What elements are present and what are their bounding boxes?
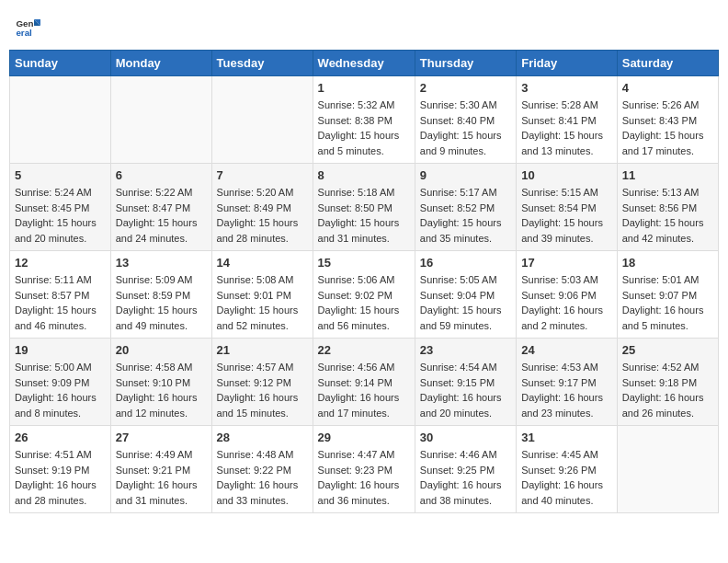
day-number: 8 (318, 168, 410, 182)
day-info: Sunrise: 5:06 AM Sunset: 9:02 PM Dayligh… (318, 272, 410, 333)
calendar-cell: 25Sunrise: 4:52 AM Sunset: 9:18 PM Dayli… (617, 339, 718, 426)
day-info: Sunrise: 4:49 AM Sunset: 9:21 PM Dayligh… (116, 447, 207, 508)
calendar-cell: 22Sunrise: 4:56 AM Sunset: 9:14 PM Dayli… (313, 339, 415, 426)
day-info: Sunrise: 4:51 AM Sunset: 9:19 PM Dayligh… (15, 447, 106, 508)
day-info: Sunrise: 5:20 AM Sunset: 8:49 PM Dayligh… (217, 185, 308, 246)
day-info: Sunrise: 5:17 AM Sunset: 8:52 PM Dayligh… (420, 185, 511, 246)
calendar-cell (10, 76, 111, 164)
weekday-header: Sunday (10, 51, 111, 76)
day-info: Sunrise: 5:15 AM Sunset: 8:54 PM Dayligh… (521, 185, 611, 246)
svg-text:eral: eral (16, 28, 32, 38)
day-number: 29 (318, 431, 410, 444)
day-number: 5 (15, 168, 106, 182)
day-number: 10 (521, 168, 611, 182)
day-number: 31 (521, 431, 611, 444)
day-info: Sunrise: 5:13 AM Sunset: 8:56 PM Dayligh… (622, 185, 713, 246)
day-info: Sunrise: 4:58 AM Sunset: 9:10 PM Dayligh… (116, 360, 207, 420)
day-number: 18 (622, 256, 713, 270)
day-info: Sunrise: 5:22 AM Sunset: 8:47 PM Dayligh… (116, 185, 207, 246)
day-number: 9 (420, 168, 511, 182)
calendar-cell: 12Sunrise: 5:11 AM Sunset: 8:57 PM Dayli… (10, 251, 111, 339)
calendar-cell: 3Sunrise: 5:28 AM Sunset: 8:41 PM Daylig… (517, 76, 617, 164)
day-info: Sunrise: 4:48 AM Sunset: 9:22 PM Dayligh… (217, 447, 308, 508)
weekday-header-row: SundayMondayTuesdayWednesdayThursdayFrid… (10, 51, 719, 76)
calendar-cell: 28Sunrise: 4:48 AM Sunset: 9:22 PM Dayli… (211, 426, 313, 513)
day-number: 20 (116, 343, 207, 357)
day-info: Sunrise: 5:28 AM Sunset: 8:41 PM Dayligh… (521, 98, 611, 158)
day-number: 24 (521, 343, 611, 357)
day-number: 2 (420, 81, 511, 95)
calendar-week-row: 12Sunrise: 5:11 AM Sunset: 8:57 PM Dayli… (10, 251, 719, 339)
calendar-cell: 2Sunrise: 5:30 AM Sunset: 8:40 PM Daylig… (415, 76, 516, 164)
calendar-cell: 9Sunrise: 5:17 AM Sunset: 8:52 PM Daylig… (415, 164, 516, 251)
weekday-header: Monday (110, 51, 211, 76)
calendar-cell: 30Sunrise: 4:46 AM Sunset: 9:25 PM Dayli… (415, 426, 516, 513)
day-info: Sunrise: 4:45 AM Sunset: 9:26 PM Dayligh… (521, 447, 611, 508)
calendar-cell: 11Sunrise: 5:13 AM Sunset: 8:56 PM Dayli… (617, 164, 718, 251)
logo: Gen eral (15, 13, 44, 39)
calendar-cell (617, 426, 718, 513)
calendar-week-row: 5Sunrise: 5:24 AM Sunset: 8:45 PM Daylig… (10, 164, 719, 251)
calendar-cell: 23Sunrise: 4:54 AM Sunset: 9:15 PM Dayli… (415, 339, 516, 426)
day-info: Sunrise: 4:47 AM Sunset: 9:23 PM Dayligh… (318, 447, 410, 508)
calendar-table: SundayMondayTuesdayWednesdayThursdayFrid… (9, 50, 719, 513)
weekday-header: Wednesday (313, 51, 415, 76)
calendar-cell (110, 76, 211, 164)
day-info: Sunrise: 5:00 AM Sunset: 9:09 PM Dayligh… (15, 360, 106, 420)
day-info: Sunrise: 5:01 AM Sunset: 9:07 PM Dayligh… (622, 272, 713, 333)
day-number: 26 (15, 431, 106, 444)
day-number: 14 (217, 256, 308, 270)
day-number: 16 (420, 256, 511, 270)
calendar-cell: 18Sunrise: 5:01 AM Sunset: 9:07 PM Dayli… (617, 251, 718, 339)
day-info: Sunrise: 4:52 AM Sunset: 9:18 PM Dayligh… (622, 360, 713, 420)
day-info: Sunrise: 5:26 AM Sunset: 8:43 PM Dayligh… (622, 98, 713, 158)
day-info: Sunrise: 5:09 AM Sunset: 8:59 PM Dayligh… (116, 272, 207, 333)
calendar-cell: 4Sunrise: 5:26 AM Sunset: 8:43 PM Daylig… (617, 76, 718, 164)
day-number: 15 (318, 256, 410, 270)
day-number: 12 (15, 256, 106, 270)
weekday-header: Thursday (415, 51, 516, 76)
day-number: 30 (420, 431, 511, 444)
day-number: 22 (318, 343, 410, 357)
day-number: 25 (622, 343, 713, 357)
calendar-cell: 16Sunrise: 5:05 AM Sunset: 9:04 PM Dayli… (415, 251, 516, 339)
calendar-cell: 13Sunrise: 5:09 AM Sunset: 8:59 PM Dayli… (110, 251, 211, 339)
day-info: Sunrise: 5:18 AM Sunset: 8:50 PM Dayligh… (318, 185, 410, 246)
weekday-header: Tuesday (211, 51, 313, 76)
day-number: 19 (15, 343, 106, 357)
day-number: 17 (521, 256, 611, 270)
day-number: 7 (217, 168, 308, 182)
day-number: 28 (217, 431, 308, 444)
day-info: Sunrise: 5:24 AM Sunset: 8:45 PM Dayligh… (15, 185, 106, 246)
calendar-cell: 29Sunrise: 4:47 AM Sunset: 9:23 PM Dayli… (313, 426, 415, 513)
day-info: Sunrise: 5:08 AM Sunset: 9:01 PM Dayligh… (217, 272, 308, 333)
day-info: Sunrise: 5:11 AM Sunset: 8:57 PM Dayligh… (15, 272, 106, 333)
day-number: 23 (420, 343, 511, 357)
calendar-cell: 19Sunrise: 5:00 AM Sunset: 9:09 PM Dayli… (10, 339, 111, 426)
day-number: 4 (622, 81, 713, 95)
calendar-cell: 15Sunrise: 5:06 AM Sunset: 9:02 PM Dayli… (313, 251, 415, 339)
calendar-cell: 6Sunrise: 5:22 AM Sunset: 8:47 PM Daylig… (110, 164, 211, 251)
day-number: 27 (116, 431, 207, 444)
weekday-header: Friday (517, 51, 617, 76)
day-info: Sunrise: 5:30 AM Sunset: 8:40 PM Dayligh… (420, 98, 511, 158)
calendar-cell: 10Sunrise: 5:15 AM Sunset: 8:54 PM Dayli… (517, 164, 617, 251)
day-number: 21 (217, 343, 308, 357)
day-info: Sunrise: 5:05 AM Sunset: 9:04 PM Dayligh… (420, 272, 511, 333)
day-info: Sunrise: 4:53 AM Sunset: 9:17 PM Dayligh… (521, 360, 611, 420)
day-number: 11 (622, 168, 713, 182)
day-number: 6 (116, 168, 207, 182)
day-info: Sunrise: 5:32 AM Sunset: 8:38 PM Dayligh… (318, 98, 410, 158)
calendar-cell (211, 76, 313, 164)
calendar-cell: 1Sunrise: 5:32 AM Sunset: 8:38 PM Daylig… (313, 76, 415, 164)
calendar-cell: 14Sunrise: 5:08 AM Sunset: 9:01 PM Dayli… (211, 251, 313, 339)
calendar-cell: 5Sunrise: 5:24 AM Sunset: 8:45 PM Daylig… (10, 164, 111, 251)
day-number: 13 (116, 256, 207, 270)
page-header: Gen eral (9, 9, 719, 42)
calendar-cell: 8Sunrise: 5:18 AM Sunset: 8:50 PM Daylig… (313, 164, 415, 251)
calendar-cell: 20Sunrise: 4:58 AM Sunset: 9:10 PM Dayli… (110, 339, 211, 426)
weekday-header: Saturday (617, 51, 718, 76)
day-info: Sunrise: 4:56 AM Sunset: 9:14 PM Dayligh… (318, 360, 410, 420)
calendar-week-row: 26Sunrise: 4:51 AM Sunset: 9:19 PM Dayli… (10, 426, 719, 513)
day-number: 3 (521, 81, 611, 95)
